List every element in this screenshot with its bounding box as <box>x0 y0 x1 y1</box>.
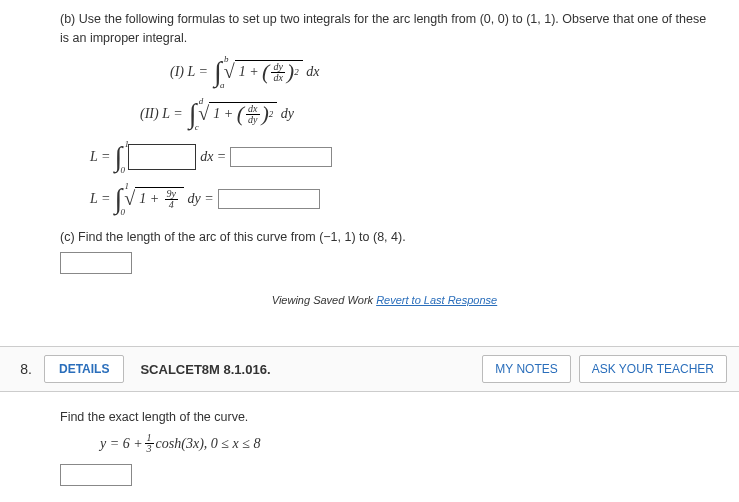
formula-2: (II) L = ∫ d c 1 + dxdy 2 dy <box>140 96 709 132</box>
q8-answer-input[interactable] <box>60 464 132 486</box>
question-ref: SCALCET8M 8.1.016. <box>140 362 482 377</box>
formula-2-label: (II) L = <box>140 106 183 122</box>
sqrt: 1 + 9y4 <box>124 187 184 210</box>
sqrt: 1 + dxdy 2 <box>198 102 277 125</box>
sqrt: 1 + dydx 2 <box>224 60 303 83</box>
result-input-1[interactable] <box>230 147 332 167</box>
q8-prompt: Find the exact length of the curve. <box>60 408 709 427</box>
formula-1-label: (I) L = <box>170 64 208 80</box>
part-c-text: (c) Find the length of the arc of this c… <box>60 228 709 247</box>
q8-equation: y = 6 + 13 cosh(3x), 0 ≤ x ≤ 8 <box>100 433 709 454</box>
integrand-input-1[interactable] <box>128 144 196 170</box>
answer-row-1: L = ∫ 1 0 dx = <box>90 138 709 176</box>
my-notes-button[interactable]: MY NOTES <box>482 355 570 383</box>
ask-teacher-button[interactable]: ASK YOUR TEACHER <box>579 355 727 383</box>
result-input-2[interactable] <box>218 189 320 209</box>
part-c-input[interactable] <box>60 252 132 274</box>
question-bar: 8. DETAILS SCALCET8M 8.1.016. MY NOTES A… <box>0 346 739 392</box>
part-b-text: (b) Use the following formulas to set up… <box>60 10 709 48</box>
revert-link[interactable]: Revert to Last Response <box>376 294 497 306</box>
integral-sign: ∫ 1 0 <box>114 183 122 215</box>
question-number: 8. <box>12 361 32 377</box>
answer-row-2: L = ∫ 1 0 1 + 9y4 dy = <box>90 180 709 218</box>
details-button[interactable]: DETAILS <box>44 355 124 383</box>
viewing-saved-work: Viewing Saved Work Revert to Last Respon… <box>60 294 709 306</box>
integral-sign: ∫ b a <box>214 56 222 88</box>
integral-sign: ∫ d c <box>189 98 197 130</box>
formula-1: (I) L = ∫ b a 1 + dydx 2 dx <box>170 54 709 90</box>
integral-sign: ∫ 1 0 <box>114 141 122 173</box>
